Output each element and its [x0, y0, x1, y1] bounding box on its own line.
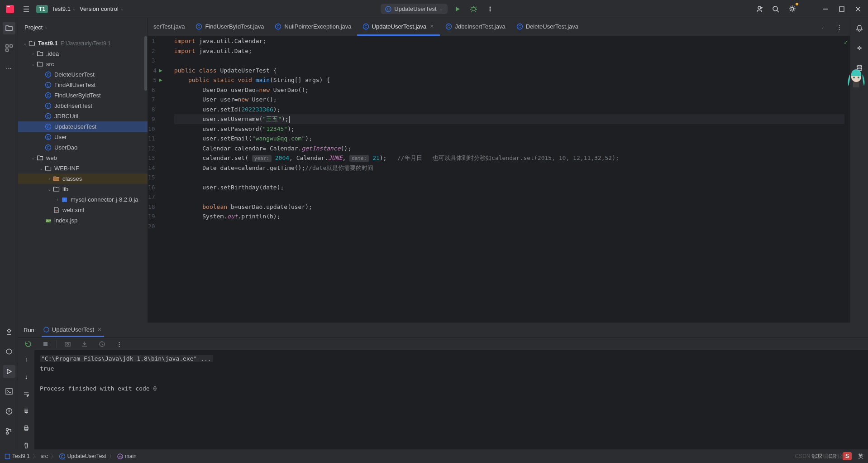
crumb-main[interactable]: mmain: [117, 453, 137, 459]
project-title-label: Project: [24, 24, 43, 31]
soft-wrap-icon[interactable]: [20, 387, 33, 400]
svg-text:C: C: [47, 125, 49, 129]
notifications-tool-icon[interactable]: [853, 22, 866, 34]
tree-item-classes[interactable]: ›classes: [18, 174, 148, 184]
more-icon[interactable]: [484, 3, 496, 15]
maximize-icon[interactable]: [835, 3, 848, 15]
svg-point-4: [472, 7, 476, 11]
editor-area: serTest.javaCFindUserByIdTest.javaCNullP…: [148, 18, 850, 323]
editor-tab-finduserbyidtest-java[interactable]: CFindUserByIdTest.java: [190, 18, 269, 36]
structure-tool-icon[interactable]: [3, 42, 15, 54]
svg-rect-59: [5, 454, 10, 458]
tree-item-findallusertest[interactable]: CFindAllUserTest: [18, 80, 148, 90]
tree-item-lib[interactable]: ⌄lib: [18, 184, 148, 194]
tab-label: UpdateUserTest.java: [372, 23, 427, 30]
down-icon[interactable]: ↓: [20, 370, 33, 383]
svg-point-50: [857, 65, 862, 67]
scroll-end-icon[interactable]: [20, 405, 33, 417]
run-panel: Run UpdateUserTest × ⋮ ↑ ↓: [18, 323, 868, 449]
svg-text:JSP: JSP: [45, 219, 50, 222]
tabs-dropdown-icon[interactable]: ⌄: [816, 21, 829, 34]
tree-item-jdbcinserttest[interactable]: CJdbcInsertTest: [18, 101, 148, 111]
project-panel-title[interactable]: Project ⌄: [18, 18, 148, 36]
tree-item-web[interactable]: ⌄web: [18, 153, 148, 163]
run-icon[interactable]: [451, 3, 464, 15]
more-tool-icon[interactable]: ⋯: [3, 62, 15, 74]
project-name-label: Test9.1: [52, 5, 71, 12]
run-tool-icon[interactable]: [3, 365, 15, 378]
export-icon[interactable]: [78, 338, 91, 350]
project-selector[interactable]: Test9.1 ⌄: [52, 5, 76, 12]
tree-root[interactable]: ⌄Test9.1E:\Javastudy\Test9.1: [18, 38, 148, 48]
app-icon[interactable]: [4, 3, 16, 15]
crumb-updateusertest[interactable]: CUpdateUserTest: [59, 453, 106, 460]
code-body[interactable]: import java.util.Calendar;import java.ut…: [171, 36, 844, 323]
project-tool-icon[interactable]: [3, 22, 15, 34]
project-badge: T1: [36, 5, 48, 13]
tree-item-finduserbyidtest[interactable]: CFindUserByIdTest: [18, 90, 148, 101]
svg-point-7: [489, 10, 491, 11]
settings-icon[interactable]: [786, 3, 798, 15]
console-exit-line: Process finished with exit code 0: [40, 384, 863, 394]
svg-rect-1: [7, 6, 10, 7]
tree-item--idea[interactable]: ›.idea: [18, 48, 148, 59]
more-actions-icon[interactable]: ⋮: [113, 338, 125, 350]
crumb-test9.1[interactable]: Test9.1: [5, 453, 30, 459]
svg-text:J: J: [63, 198, 65, 202]
svg-point-10: [791, 8, 793, 10]
close-icon[interactable]: [852, 3, 864, 15]
minimize-icon[interactable]: [819, 3, 832, 15]
editor-tab-jdbcinserttest-java[interactable]: CJdbcInsertTest.java: [440, 18, 510, 36]
close-tab-icon[interactable]: ×: [429, 23, 434, 30]
print-icon[interactable]: [20, 422, 33, 434]
tree-item-web-xml[interactable]: </>web.xml: [18, 205, 148, 215]
search-icon[interactable]: [769, 3, 782, 15]
debug-icon[interactable]: [467, 3, 480, 15]
profiler-icon[interactable]: [95, 338, 108, 350]
crumb-src[interactable]: src: [41, 453, 48, 459]
editor-tab-sertest-java[interactable]: serTest.java: [148, 18, 190, 36]
services-tool-icon[interactable]: [3, 345, 15, 358]
tab-label: NullPointerException.java: [284, 23, 351, 30]
console-output[interactable]: "C:\Program Files\Java\jdk-1.8\bin\java.…: [34, 350, 868, 452]
tree-item-src[interactable]: ⌄src: [18, 59, 148, 69]
breadcrumbs[interactable]: Test9.1〉src〉CUpdateUserTest〉mmain: [5, 453, 137, 460]
project-tree[interactable]: ⌄Test9.1E:\Javastudy\Test9.1›.idea⌄srcCD…: [18, 36, 148, 323]
tree-scrollbar[interactable]: [144, 36, 147, 91]
up-icon[interactable]: ↑: [20, 353, 33, 366]
git-tool-icon[interactable]: [3, 425, 15, 438]
code-with-me-icon[interactable]: [753, 3, 766, 15]
tree-item-updateusertest[interactable]: CUpdateUserTest: [18, 121, 148, 132]
rerun-icon[interactable]: [22, 338, 34, 350]
svg-point-8: [758, 6, 761, 9]
svg-point-6: [489, 8, 491, 10]
build-tool-icon[interactable]: [3, 325, 15, 338]
screenshot-icon[interactable]: [61, 338, 74, 350]
ai-tool-icon[interactable]: [853, 42, 866, 54]
tree-item-user[interactable]: CUser: [18, 132, 148, 142]
main-menu-icon[interactable]: [20, 3, 33, 15]
clear-icon[interactable]: [20, 439, 33, 452]
run-tab[interactable]: UpdateUserTest ×: [42, 323, 104, 337]
svg-text:</>: </>: [54, 209, 58, 212]
tree-item-mysql-connector-j-8-2-0-ja[interactable]: ›Jmysql-connector-j-8.2.0.ja: [18, 194, 148, 205]
svg-rect-0: [6, 5, 14, 13]
terminal-tool-icon[interactable]: [3, 385, 15, 398]
version-control[interactable]: Version control ⌄: [80, 5, 124, 12]
tree-item-index-jsp[interactable]: JSPindex.jsp: [18, 215, 148, 226]
tree-item-jdbcutil[interactable]: CJDBCUtil: [18, 111, 148, 121]
editor-tab-deleteusertest-java[interactable]: CDeleteUserTest.java: [511, 18, 584, 36]
close-tab-icon[interactable]: ×: [97, 326, 102, 333]
tree-item-web-inf[interactable]: ⌄WEB-INF: [18, 163, 148, 174]
tree-item-userdao[interactable]: CUserDao: [18, 142, 148, 153]
editor-tab-updateusertest-java[interactable]: CUpdateUserTest.java×: [357, 18, 440, 36]
problems-tool-icon[interactable]: [3, 405, 15, 418]
svg-text:C: C: [47, 93, 49, 98]
editor-tab-nullpointerexception-java[interactable]: CNullPointerException.java: [269, 18, 357, 36]
code-editor[interactable]: 1234▶5▶67891011121314151617181920 import…: [148, 36, 844, 323]
tree-item-deleteusertest[interactable]: CDeleteUserTest: [18, 69, 148, 80]
watermark: CSDN @爱编程的器子: [795, 453, 850, 460]
tabs-more-icon[interactable]: ⋮: [833, 21, 845, 34]
stop-icon[interactable]: [39, 338, 52, 350]
run-config-selector[interactable]: C UpdateUserTest ⌄: [381, 4, 447, 14]
